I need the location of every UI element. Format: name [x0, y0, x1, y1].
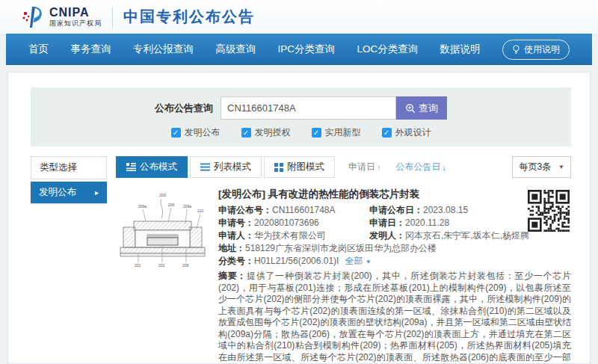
nav-item-advanced-query[interactable]: 高级查询 — [215, 43, 256, 56]
sort-publication-date[interactable]: 公布公告日 ↓ — [390, 157, 453, 177]
figure-label: 209a — [183, 204, 191, 209]
header-divider — [112, 7, 113, 27]
page-size-value: 每页3条 — [519, 161, 551, 173]
checkbox-checked-icon: ✓ — [171, 128, 181, 138]
magnifier-icon — [405, 103, 416, 114]
results-toolbar: 公布模式 列表模式 — [116, 156, 571, 178]
main-panel: 公布公告查询 查询 ✓ 发明公布 ✓ — [7, 72, 591, 364]
field-address: 地址：518129广东省深圳市龙岗区坂田华为总部办公楼 — [218, 243, 571, 253]
filter-utility-model[interactable]: ✓ 实用新型 — [312, 126, 361, 139]
arrow-down-icon: ↓ — [443, 163, 447, 172]
tab-label: 公布模式 — [140, 161, 177, 173]
checkbox-checked-icon: ✓ — [382, 128, 392, 138]
figure-label: 202 — [158, 263, 165, 268]
chevron-right-icon: ▸ — [95, 188, 99, 197]
patent-details: [发明公布] 具有改进的热性能的倒装芯片封装 申请公布号：CN116601748… — [218, 188, 571, 364]
site-title: 中国专利公布公告 — [123, 7, 255, 27]
sidebar-item-label: 发明公布 — [39, 186, 76, 199]
classification-all-link[interactable]: 全部 ▼ — [345, 256, 371, 266]
page-size-select[interactable]: 每页3条 ▼ — [512, 156, 571, 178]
filter-design[interactable]: ✓ 外观设计 — [382, 126, 431, 139]
checkbox-checked-icon: ✓ — [312, 128, 321, 138]
figure-label: 209a — [138, 204, 147, 209]
field-publication-number: 申请公布号：CN116601748A — [218, 205, 369, 215]
usage-help-button[interactable]: 使用说明 — [502, 40, 570, 60]
patent-figure-drawing: 200 209a 206 209a 210 201 202 209 — [116, 190, 209, 268]
patent-fields: 申请公布号：CN116601748A 申请公布日：2023.08.15 申请号：… — [218, 205, 571, 243]
filter-label: 外观设计 — [395, 126, 431, 139]
field-applicant: 申请人：华为技术有限公司 — [218, 230, 369, 241]
filter-label: 发明公布 — [185, 126, 221, 139]
filter-label: 实用新型 — [325, 126, 361, 139]
search-section: 公布公告查询 查询 ✓ 发明公布 ✓ — [31, 87, 571, 146]
nav-item-gazette-query[interactable]: 专利公报查询 — [133, 43, 194, 56]
figure-mode-icon — [274, 163, 283, 172]
chevron-down-icon: ▼ — [558, 164, 564, 170]
search-button[interactable]: 查询 — [396, 96, 447, 120]
page-root: CNIPA 国家知识产权局 中国专利公布公告 首页 事务查询 专利公报查询 高级… — [0, 0, 598, 364]
nav-item-loc-query[interactable]: LOC分类查询 — [357, 43, 418, 56]
logo-org-text: 国家知识产权局 — [49, 20, 102, 27]
cnipa-logo: CNIPA 国家知识产权局 — [21, 4, 102, 30]
nav-item-home[interactable]: 首页 — [28, 43, 49, 56]
tab-label: 列表模式 — [214, 161, 251, 173]
tab-list-mode[interactable]: 列表模式 — [190, 156, 262, 178]
field-classification: 分类号：H01L21/56(2006.01)I全部 ▼ — [218, 256, 571, 268]
field-application-number: 申请号：2020801073696 — [218, 218, 369, 228]
figure-label: 201 — [135, 263, 141, 268]
sort-label: 申请日 — [348, 161, 375, 173]
nav-item-transaction-query[interactable]: 事务查询 — [70, 43, 111, 56]
publication-number-input[interactable] — [221, 96, 396, 120]
tab-publication-mode[interactable]: 公布模式 — [116, 156, 188, 178]
tab-figure-mode[interactable]: 附图模式 — [264, 156, 335, 178]
chevron-down-icon: ▼ — [366, 259, 372, 265]
search-label: 公布公告查询 — [155, 102, 213, 115]
search-button-label: 查询 — [419, 102, 438, 115]
abstract-text: 提供了一种倒装芯片封装(200)，其中，所述倒装芯片封装包括：至少一个芯片(20… — [218, 271, 571, 364]
qr-code — [528, 190, 570, 232]
sort-label: 公布公告日 — [396, 161, 441, 173]
sidebar-item-invention-publication[interactable]: 发明公布 ▸ — [31, 182, 107, 203]
tab-label: 附图模式 — [287, 161, 324, 173]
results-area: 公布模式 列表模式 — [116, 156, 571, 364]
figure-label: 209 — [182, 263, 189, 268]
type-sidebar: 类型选择 发明公布 ▸ — [31, 156, 107, 364]
sort-application-date[interactable]: 申请日 ↑ — [342, 157, 387, 177]
filter-invention-publication[interactable]: ✓ 发明公布 — [171, 126, 221, 139]
site-header: CNIPA 国家知识产权局 中国专利公布公告 — [0, 0, 598, 34]
figure-label: 210 — [197, 209, 204, 213]
lightbulb-icon — [512, 45, 520, 55]
logo-cnipa-text: CNIPA — [49, 7, 102, 19]
nav-item-data-description[interactable]: 数据说明 — [440, 43, 481, 56]
sidebar-title: 类型选择 — [31, 156, 107, 179]
patent-record: 200 209a 206 209a 210 201 202 209 — [116, 188, 571, 364]
arrow-up-icon: ↑ — [377, 163, 381, 172]
figure-label: 206 — [168, 203, 175, 207]
usage-help-label: 使用说明 — [524, 43, 560, 56]
type-filter-row: ✓ 发明公布 ✓ 发明授权 ✓ 实用新型 ✓ 外观设计 — [31, 126, 571, 139]
checkbox-checked-icon: ✓ — [241, 128, 251, 138]
nav-item-ipc-query[interactable]: IPC分类查询 — [278, 43, 336, 56]
field-inventors: 发明人：冈本京石,朱宁军,坂本仁,杨煜腾 — [369, 230, 571, 241]
qr-code-image — [528, 190, 570, 232]
cnipa-logo-mark — [21, 4, 46, 30]
patent-abstract: 摘要：提供了一种倒装芯片封装(200)，其中，所述倒装芯片封装包括：至少一个芯片… — [218, 271, 571, 364]
patent-figure: 200 209a 206 209a 210 201 202 209 — [116, 190, 209, 268]
patent-title: [发明公布] 具有改进的热性能的倒装芯片封装 — [218, 188, 571, 201]
list-mode-icon — [200, 163, 210, 171]
main-nav: 首页 事务查询 专利公报查询 高级查询 IPC分类查询 LOC分类查询 数据说明… — [6, 34, 592, 65]
filter-label: 发明授权 — [255, 126, 291, 139]
figure-label: 200 — [159, 193, 166, 197]
filter-invention-grant[interactable]: ✓ 发明授权 — [241, 126, 291, 139]
publication-mode-icon — [126, 163, 136, 171]
